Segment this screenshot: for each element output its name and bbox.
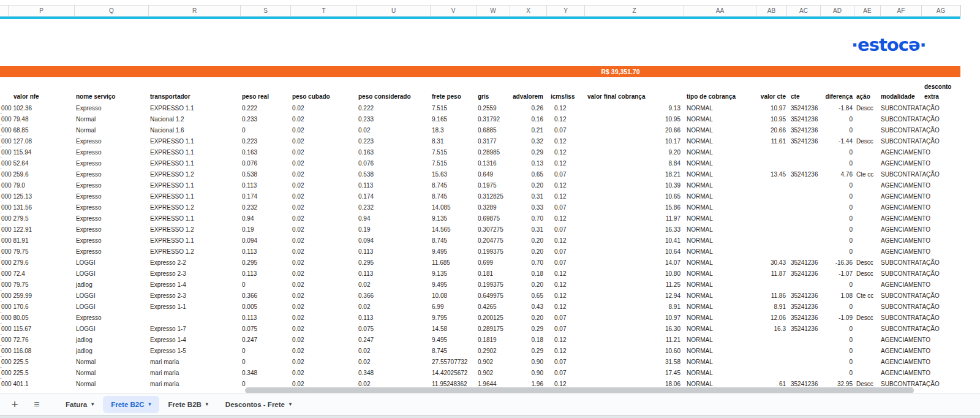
cell-mod[interactable]: AGENCIAMENTO: [881, 180, 922, 191]
cell-gris[interactable]: 0.3177: [477, 136, 510, 147]
cell-pcub[interactable]: 0.02: [291, 114, 357, 125]
cell-tipo[interactable]: NORMAL: [684, 213, 756, 224]
cell-cte[interactable]: [787, 147, 821, 158]
cell-servico[interactable]: Expresso: [75, 313, 149, 324]
cell-tipo[interactable]: NORMAL: [684, 147, 756, 158]
cell-gris[interactable]: 0.902: [477, 357, 510, 368]
cell-cte[interactable]: [787, 279, 821, 291]
cell-frete[interactable]: 6.99: [431, 302, 477, 313]
cell-nfe[interactable]: 000 115.94: [0, 147, 75, 158]
cell-icms[interactable]: 0.07: [547, 368, 585, 379]
cell-cte[interactable]: [787, 158, 821, 169]
cell-servico[interactable]: Expresso: [75, 136, 149, 147]
cell-servico[interactable]: Expresso: [75, 202, 149, 213]
cell-frete[interactable]: 8.745: [431, 191, 477, 202]
cell-mod[interactable]: SUBCONTRATAÇÃO: [881, 136, 922, 147]
cell-mod[interactable]: SUBCONTRATAÇÃO: [881, 257, 922, 268]
cell-icms[interactable]: 0.12: [547, 147, 585, 158]
cell-cte[interactable]: 35241236: [787, 313, 821, 324]
cell-preal[interactable]: 0.113: [241, 180, 291, 191]
cell-icms[interactable]: 0.12: [547, 180, 585, 191]
cell-cte[interactable]: 35241236: [787, 291, 821, 302]
cell-gris[interactable]: 1.9644: [477, 379, 510, 387]
cell-vcte[interactable]: 16.3: [756, 324, 787, 335]
cell-preal[interactable]: 0.113: [241, 246, 291, 257]
cell-mod[interactable]: AGENCIAMENTO: [881, 224, 922, 235]
cell-gris[interactable]: 0.307275: [477, 224, 510, 235]
cell-icms[interactable]: 0.07: [547, 324, 585, 335]
cell-acao[interactable]: [854, 114, 881, 125]
cell-acao[interactable]: Descc: [854, 136, 881, 147]
cell-adv[interactable]: 0.13: [510, 158, 547, 169]
cell-frete[interactable]: 14.42025672: [431, 368, 477, 379]
cell-pcub[interactable]: 0.02: [291, 136, 357, 147]
cell-acao[interactable]: [854, 324, 881, 335]
cell-servico[interactable]: jadlog: [75, 346, 149, 357]
cell-cte[interactable]: [787, 368, 821, 379]
cell-pcons[interactable]: 0.94: [357, 213, 431, 224]
cell-pcons[interactable]: 0.366: [357, 291, 431, 302]
cell-vcte[interactable]: [756, 235, 787, 246]
cell-cte[interactable]: 35241236: [787, 257, 821, 268]
cell-adv[interactable]: 0.21: [510, 125, 547, 136]
cell-preal[interactable]: 0.19: [241, 224, 291, 235]
cell-frete[interactable]: 9.495: [431, 246, 477, 257]
cell-transp[interactable]: Expresso 2-2: [149, 257, 241, 268]
cell-preal[interactable]: 0: [241, 346, 291, 357]
cell-frete[interactable]: 9.165: [431, 114, 477, 125]
cell-pcons[interactable]: 0.295: [357, 257, 431, 268]
cell-gris[interactable]: 0.199375: [477, 279, 510, 291]
cell-mod[interactable]: AGENCIAMENTO: [881, 368, 922, 379]
cell-dif[interactable]: -1.44: [821, 136, 854, 147]
cell-pcub[interactable]: 0.02: [291, 313, 357, 324]
cell-frete[interactable]: 15.63: [431, 169, 477, 180]
column-title-gris[interactable]: gris: [477, 82, 510, 103]
cell-nfe[interactable]: 000 279.5: [0, 213, 75, 224]
cell-vcte[interactable]: [756, 202, 787, 213]
cell-servico[interactable]: jadlog: [75, 279, 149, 291]
column-title-tipo[interactable]: tipo de cobrança: [684, 82, 756, 103]
cell-mod[interactable]: SUBCONTRATAÇÃO: [881, 324, 922, 335]
column-title-adv[interactable]: advalorem: [510, 82, 547, 103]
cell-vcte[interactable]: [756, 335, 787, 346]
cell-gris[interactable]: 0.1975: [477, 180, 510, 191]
cell-dif[interactable]: 0: [821, 202, 854, 213]
cell-adv[interactable]: 0.31: [510, 224, 547, 235]
cell-adv[interactable]: 0.31: [510, 191, 547, 202]
column-header-Q[interactable]: Q: [75, 6, 149, 16]
cell-transp[interactable]: Expresso 2-3: [149, 268, 241, 279]
column-header-AC[interactable]: AC: [787, 6, 821, 16]
cell-gris[interactable]: 0.649: [477, 169, 510, 180]
cell-pcons[interactable]: 0.094: [357, 235, 431, 246]
cell-adv[interactable]: 0.20: [510, 246, 547, 257]
cell-vfinal[interactable]: 15.86: [585, 202, 684, 213]
cell-pcons[interactable]: 0.174: [357, 191, 431, 202]
cell-vfinal[interactable]: 10.95: [585, 114, 684, 125]
cell-tipo[interactable]: NORMAL: [684, 180, 756, 191]
cell-icms[interactable]: 0.12: [547, 291, 585, 302]
cell-transp[interactable]: EXPRESSO 1.2: [149, 224, 241, 235]
cell-icms[interactable]: 0.12: [547, 213, 585, 224]
cell-dif[interactable]: 0: [821, 147, 854, 158]
cell-servico[interactable]: LOGGI: [75, 291, 149, 302]
cell-acao[interactable]: [854, 191, 881, 202]
cell-tipo[interactable]: NORMAL: [684, 346, 756, 357]
cell-adv[interactable]: 0.43: [510, 302, 547, 313]
cell-acao[interactable]: [854, 180, 881, 191]
cell-mod[interactable]: SUBCONTRATAÇÃO: [881, 379, 922, 387]
cell-pcub[interactable]: 0.02: [291, 379, 357, 387]
column-header-AE[interactable]: AE: [854, 6, 881, 16]
cell-vcte[interactable]: 10.95: [756, 114, 787, 125]
cell-icms[interactable]: 0.07: [547, 169, 585, 180]
column-header-AB[interactable]: AB: [756, 6, 787, 16]
cell-gris[interactable]: 0.2902: [477, 346, 510, 357]
cell-nfe[interactable]: 000 279.6: [0, 257, 75, 268]
cell-acao[interactable]: Descc: [854, 103, 881, 114]
cell-dif[interactable]: 0: [821, 324, 854, 335]
cell-dif[interactable]: 0: [821, 191, 854, 202]
cell-servico[interactable]: Normal: [75, 379, 149, 387]
cell-vcte[interactable]: 8.91: [756, 302, 787, 313]
cell-frete[interactable]: 9.495: [431, 335, 477, 346]
cell-tipo[interactable]: NORMAL: [684, 125, 756, 136]
cell-acao[interactable]: Descc: [854, 379, 881, 387]
